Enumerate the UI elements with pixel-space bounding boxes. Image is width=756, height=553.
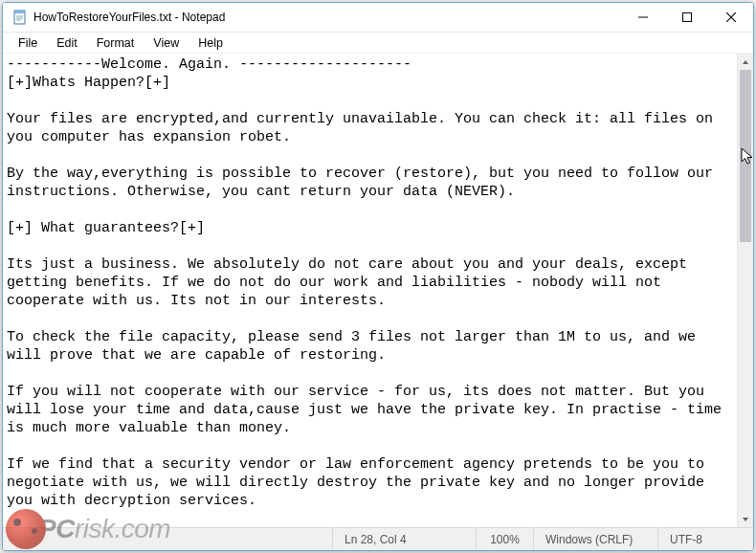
title-app: Notepad	[182, 11, 225, 24]
maximize-button[interactable]	[665, 3, 709, 32]
menubar: File Edit Format View Help	[3, 33, 753, 54]
menu-edit[interactable]: Edit	[47, 35, 87, 51]
svg-rect-5	[638, 17, 648, 18]
status-encoding: UTF-8	[657, 528, 753, 550]
editor-area: -----------Welcome. Again. -------------…	[3, 54, 753, 527]
title-separator: -	[171, 11, 182, 24]
status-eol: Windows (CRLF)	[533, 528, 657, 550]
notepad-icon	[12, 10, 28, 25]
scroll-track[interactable]	[738, 70, 753, 511]
vertical-scrollbar[interactable]	[737, 54, 753, 527]
menu-help[interactable]: Help	[189, 35, 233, 51]
svg-rect-6	[683, 13, 692, 22]
minimize-button[interactable]	[621, 3, 665, 32]
notepad-window: HowToRestoreYourFiles.txt - Notepad File…	[2, 2, 754, 551]
window-buttons	[621, 3, 753, 32]
menu-file[interactable]: File	[9, 35, 47, 51]
statusbar: Ln 28, Col 4 100% Windows (CRLF) UTF-8	[3, 527, 753, 550]
titlebar[interactable]: HowToRestoreYourFiles.txt - Notepad	[3, 3, 753, 33]
scroll-up-button[interactable]	[738, 54, 753, 70]
menu-format[interactable]: Format	[87, 35, 145, 51]
close-button[interactable]	[709, 3, 753, 32]
scroll-thumb[interactable]	[740, 70, 751, 242]
menu-view[interactable]: View	[144, 35, 189, 51]
svg-rect-1	[14, 11, 25, 13]
text-editor[interactable]: -----------Welcome. Again. -------------…	[3, 54, 737, 527]
status-empty	[3, 528, 332, 550]
status-position: Ln 28, Col 4	[332, 528, 476, 550]
window-title: HowToRestoreYourFiles.txt - Notepad	[33, 11, 225, 24]
scroll-down-button[interactable]	[738, 511, 753, 527]
status-zoom: 100%	[476, 528, 533, 550]
title-filename: HowToRestoreYourFiles.txt	[33, 11, 171, 24]
